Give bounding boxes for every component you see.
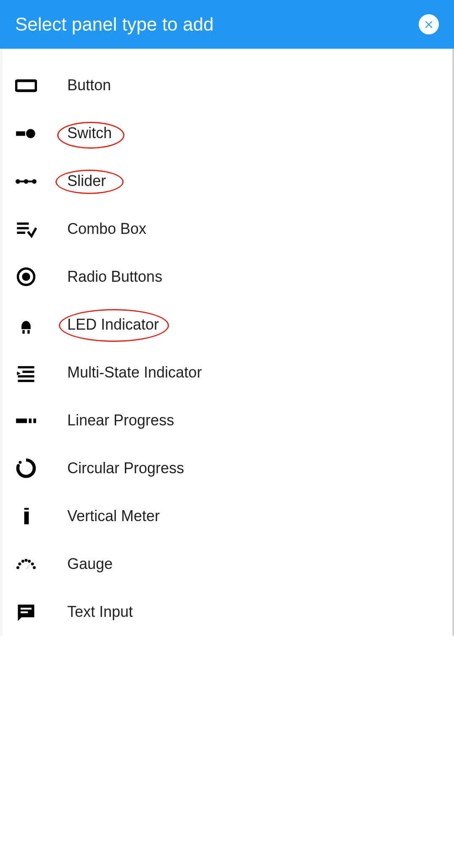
panel-type-label: Circular Progress: [67, 459, 184, 477]
close-icon: [423, 16, 434, 33]
svg-point-28: [25, 559, 28, 562]
led-icon: [15, 314, 37, 336]
svg-point-3: [16, 179, 20, 184]
svg-rect-1: [16, 131, 25, 136]
svg-point-30: [31, 563, 34, 566]
radio-icon: [15, 266, 37, 288]
panel-type-label: Text Input: [67, 603, 133, 621]
svg-point-25: [16, 566, 19, 569]
svg-point-27: [21, 560, 24, 563]
svg-rect-24: [24, 511, 29, 524]
svg-rect-8: [17, 227, 29, 229]
svg-point-31: [33, 566, 36, 569]
panel-type-led-indicator[interactable]: LED Indicator: [0, 301, 454, 349]
panel-type-label: Button: [67, 76, 111, 94]
panel-type-label: Slider: [67, 172, 106, 190]
svg-rect-14: [18, 366, 34, 368]
svg-rect-33: [21, 611, 28, 613]
svg-rect-17: [18, 380, 34, 382]
panel-type-slider[interactable]: Slider: [0, 157, 454, 205]
combo-box-icon: [15, 218, 37, 240]
dialog-header: Select panel type to add: [0, 0, 454, 49]
svg-rect-23: [24, 508, 29, 510]
multi-state-icon: [15, 362, 37, 383]
switch-icon: [15, 122, 37, 144]
svg-point-21: [17, 464, 20, 467]
svg-rect-32: [21, 608, 32, 609]
panel-type-label: Vertical Meter: [67, 507, 160, 525]
svg-rect-18: [16, 419, 27, 423]
gauge-icon: [15, 553, 37, 575]
panel-type-label: Linear Progress: [67, 412, 174, 429]
svg-point-29: [28, 560, 31, 563]
panel-type-radio-buttons[interactable]: Radio Buttons: [0, 253, 454, 301]
button-icon: [15, 74, 37, 96]
panel-type-switch[interactable]: Switch: [0, 109, 454, 157]
close-button[interactable]: [419, 14, 439, 34]
dialog-title: Select panel type to add: [15, 14, 214, 35]
text-input-icon: [15, 601, 37, 623]
slider-icon: [15, 170, 37, 192]
panel-type-label: Gauge: [67, 555, 113, 573]
panel-type-label: LED Indicator: [67, 316, 159, 333]
svg-point-22: [18, 461, 21, 464]
svg-rect-12: [22, 330, 24, 334]
svg-point-11: [22, 273, 30, 281]
panel-type-label: Radio Buttons: [67, 268, 162, 286]
svg-point-5: [24, 179, 29, 184]
panel-type-label: Multi-State Indicator: [67, 364, 202, 381]
svg-rect-16: [18, 375, 34, 378]
panel-type-multi-state[interactable]: Multi-State Indicator: [0, 349, 454, 396]
svg-rect-7: [17, 223, 29, 225]
svg-point-26: [18, 563, 21, 566]
svg-rect-13: [27, 330, 29, 334]
panel-type-combo-box[interactable]: Combo Box: [0, 205, 454, 253]
panel-type-button[interactable]: Button: [0, 61, 454, 109]
panel-type-label: Combo Box: [67, 220, 146, 238]
panel-type-linear-progress[interactable]: Linear Progress: [0, 396, 454, 444]
svg-rect-0: [16, 81, 36, 91]
svg-point-6: [32, 179, 37, 184]
vertical-meter-icon: [15, 505, 37, 527]
svg-rect-20: [33, 419, 36, 423]
panel-type-text-input[interactable]: Text Input: [0, 588, 454, 636]
panel-type-list: Button Switch Slider: [0, 49, 454, 636]
panel-type-picker: Select panel type to add Button Switch: [0, 0, 454, 636]
panel-type-circular-progress[interactable]: Circular Progress: [0, 444, 454, 492]
panel-type-label: Switch: [67, 124, 112, 142]
svg-rect-9: [17, 232, 25, 234]
svg-point-2: [26, 129, 35, 138]
linear-progress-icon: [15, 409, 37, 431]
svg-rect-15: [22, 371, 34, 373]
svg-rect-19: [29, 419, 32, 423]
circular-progress-icon: [15, 457, 37, 479]
panel-type-vertical-meter[interactable]: Vertical Meter: [0, 492, 454, 540]
panel-type-gauge[interactable]: Gauge: [0, 540, 454, 588]
